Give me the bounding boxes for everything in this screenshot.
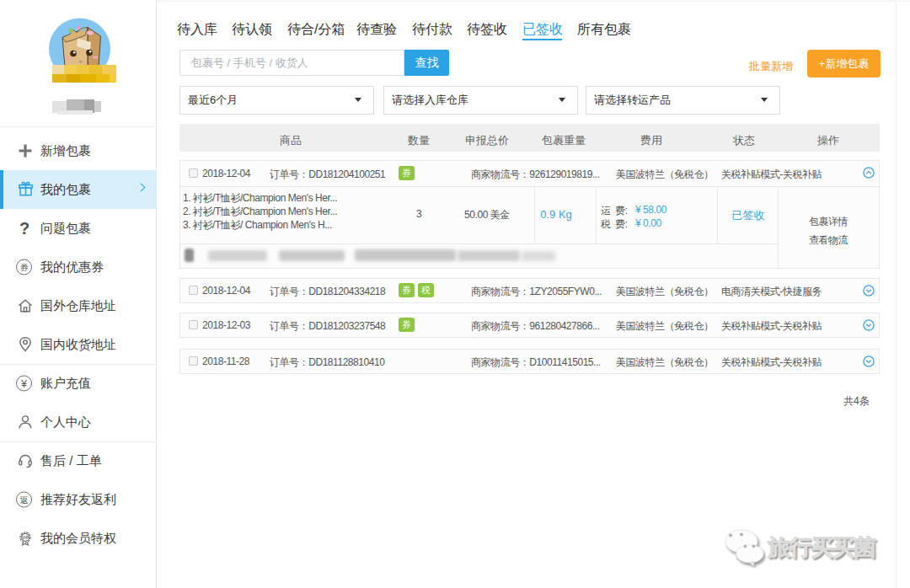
svg-text:VIP: VIP	[22, 536, 28, 540]
